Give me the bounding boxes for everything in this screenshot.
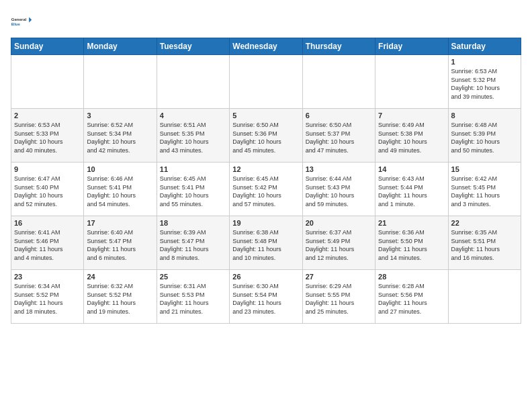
day-info: Sunrise: 6:44 AM Sunset: 5:43 PM Dayligh…: [306, 175, 372, 208]
calendar-table: SundayMondayTuesdayWednesdayThursdayFrid…: [11, 38, 521, 324]
day-info: Sunrise: 6:45 AM Sunset: 5:41 PM Dayligh…: [160, 175, 226, 208]
day-info: Sunrise: 6:34 AM Sunset: 5:52 PM Dayligh…: [14, 282, 81, 316]
day-info: Sunrise: 6:52 AM Sunset: 5:34 PM Dayligh…: [87, 121, 153, 154]
calendar-day-cell: 16Sunrise: 6:41 AM Sunset: 5:46 PM Dayli…: [11, 216, 84, 270]
calendar-day-cell: 14Sunrise: 6:43 AM Sunset: 5:44 PM Dayli…: [375, 163, 448, 216]
day-info: Sunrise: 6:43 AM Sunset: 5:44 PM Dayligh…: [378, 175, 445, 208]
day-info: Sunrise: 6:51 AM Sunset: 5:35 PM Dayligh…: [160, 121, 226, 154]
day-number: 10: [87, 165, 153, 173]
day-number: 11: [160, 165, 226, 173]
day-info: Sunrise: 6:41 AM Sunset: 5:46 PM Dayligh…: [14, 228, 81, 262]
day-header-wednesday: Wednesday: [230, 38, 302, 55]
logo: GeneralBlue: [11, 11, 32, 32]
calendar-day-cell: 21Sunrise: 6:36 AM Sunset: 5:50 PM Dayli…: [375, 216, 448, 270]
day-info: Sunrise: 6:29 AM Sunset: 5:55 PM Dayligh…: [306, 282, 372, 316]
day-number: 14: [378, 165, 445, 173]
day-info: Sunrise: 6:46 AM Sunset: 5:41 PM Dayligh…: [87, 175, 153, 208]
day-info: Sunrise: 6:49 AM Sunset: 5:38 PM Dayligh…: [378, 121, 445, 154]
day-number: 5: [232, 111, 299, 120]
day-number: 9: [14, 165, 81, 173]
calendar-week-row: 9Sunrise: 6:47 AM Sunset: 5:40 PM Daylig…: [11, 163, 521, 216]
day-number: 26: [232, 273, 299, 281]
svg-text:General: General: [11, 17, 27, 21]
day-number: 13: [306, 165, 372, 173]
calendar-day-cell: 12Sunrise: 6:45 AM Sunset: 5:42 PM Dayli…: [230, 163, 302, 216]
calendar-week-row: 16Sunrise: 6:41 AM Sunset: 5:46 PM Dayli…: [11, 216, 521, 270]
day-info: Sunrise: 6:36 AM Sunset: 5:50 PM Dayligh…: [378, 228, 445, 262]
day-info: Sunrise: 6:50 AM Sunset: 5:36 PM Dayligh…: [232, 121, 299, 154]
page-header: GeneralBlue: [11, 11, 521, 32]
day-info: Sunrise: 6:30 AM Sunset: 5:54 PM Dayligh…: [232, 282, 299, 316]
calendar-week-row: 1Sunrise: 6:53 AM Sunset: 5:32 PM Daylig…: [11, 55, 521, 109]
calendar-day-cell: [302, 55, 375, 109]
calendar-day-cell: 25Sunrise: 6:31 AM Sunset: 5:53 PM Dayli…: [157, 270, 229, 324]
day-info: Sunrise: 6:47 AM Sunset: 5:40 PM Dayligh…: [14, 175, 81, 208]
calendar-day-cell: [230, 55, 302, 109]
logo-icon: GeneralBlue: [11, 11, 32, 32]
day-number: 21: [378, 219, 445, 227]
day-number: 22: [451, 219, 518, 227]
calendar-day-cell: 19Sunrise: 6:38 AM Sunset: 5:48 PM Dayli…: [230, 216, 302, 270]
day-number: 28: [378, 273, 445, 281]
day-info: Sunrise: 6:28 AM Sunset: 5:56 PM Dayligh…: [378, 282, 445, 316]
day-header-friday: Friday: [375, 38, 448, 55]
day-number: 1: [451, 58, 518, 66]
calendar-day-cell: [84, 55, 157, 109]
day-info: Sunrise: 6:37 AM Sunset: 5:49 PM Dayligh…: [306, 228, 372, 262]
svg-marker-2: [29, 17, 32, 23]
calendar-day-cell: [11, 55, 84, 109]
calendar-day-cell: 1Sunrise: 6:53 AM Sunset: 5:32 PM Daylig…: [448, 55, 521, 109]
day-info: Sunrise: 6:40 AM Sunset: 5:47 PM Dayligh…: [87, 228, 153, 262]
calendar-week-row: 2Sunrise: 6:53 AM Sunset: 5:33 PM Daylig…: [11, 109, 521, 163]
day-number: 6: [306, 111, 372, 120]
day-header-tuesday: Tuesday: [157, 38, 229, 55]
day-number: 2: [14, 111, 81, 120]
calendar-day-cell: 8Sunrise: 6:48 AM Sunset: 5:39 PM Daylig…: [448, 109, 521, 163]
day-header-monday: Monday: [84, 38, 157, 55]
calendar-day-cell: 18Sunrise: 6:39 AM Sunset: 5:47 PM Dayli…: [157, 216, 229, 270]
day-number: 15: [451, 165, 518, 173]
calendar-day-cell: 6Sunrise: 6:50 AM Sunset: 5:37 PM Daylig…: [302, 109, 375, 163]
calendar-day-cell: 2Sunrise: 6:53 AM Sunset: 5:33 PM Daylig…: [11, 109, 84, 163]
day-header-saturday: Saturday: [448, 38, 521, 55]
day-number: 17: [87, 219, 153, 227]
calendar-day-cell: 3Sunrise: 6:52 AM Sunset: 5:34 PM Daylig…: [84, 109, 157, 163]
day-number: 16: [14, 219, 81, 227]
day-info: Sunrise: 6:35 AM Sunset: 5:51 PM Dayligh…: [451, 228, 518, 262]
day-number: 27: [306, 273, 372, 281]
calendar-day-cell: 24Sunrise: 6:32 AM Sunset: 5:52 PM Dayli…: [84, 270, 157, 324]
day-number: 20: [306, 219, 372, 227]
day-info: Sunrise: 6:53 AM Sunset: 5:32 PM Dayligh…: [451, 67, 518, 101]
day-info: Sunrise: 6:50 AM Sunset: 5:37 PM Dayligh…: [306, 121, 372, 154]
day-number: 8: [451, 111, 518, 120]
calendar-header-row: SundayMondayTuesdayWednesdayThursdayFrid…: [11, 38, 521, 55]
day-info: Sunrise: 6:45 AM Sunset: 5:42 PM Dayligh…: [232, 175, 299, 208]
calendar-day-cell: 15Sunrise: 6:42 AM Sunset: 5:45 PM Dayli…: [448, 163, 521, 216]
calendar-day-cell: 11Sunrise: 6:45 AM Sunset: 5:41 PM Dayli…: [157, 163, 229, 216]
day-number: 18: [160, 219, 226, 227]
calendar-day-cell: 26Sunrise: 6:30 AM Sunset: 5:54 PM Dayli…: [230, 270, 302, 324]
day-number: 7: [378, 111, 445, 120]
svg-text:Blue: Blue: [11, 22, 21, 26]
calendar-day-cell: 4Sunrise: 6:51 AM Sunset: 5:35 PM Daylig…: [157, 109, 229, 163]
calendar-day-cell: 7Sunrise: 6:49 AM Sunset: 5:38 PM Daylig…: [375, 109, 448, 163]
day-header-sunday: Sunday: [11, 38, 84, 55]
day-number: 23: [14, 273, 81, 281]
calendar-day-cell: 20Sunrise: 6:37 AM Sunset: 5:49 PM Dayli…: [302, 216, 375, 270]
day-number: 19: [232, 219, 299, 227]
calendar-day-cell: 5Sunrise: 6:50 AM Sunset: 5:36 PM Daylig…: [230, 109, 302, 163]
calendar-day-cell: 22Sunrise: 6:35 AM Sunset: 5:51 PM Dayli…: [448, 216, 521, 270]
calendar-day-cell: [375, 55, 448, 109]
day-number: 24: [87, 273, 153, 281]
calendar-day-cell: 13Sunrise: 6:44 AM Sunset: 5:43 PM Dayli…: [302, 163, 375, 216]
calendar-day-cell: 10Sunrise: 6:46 AM Sunset: 5:41 PM Dayli…: [84, 163, 157, 216]
day-info: Sunrise: 6:32 AM Sunset: 5:52 PM Dayligh…: [87, 282, 153, 316]
day-number: 12: [232, 165, 299, 173]
day-info: Sunrise: 6:38 AM Sunset: 5:48 PM Dayligh…: [232, 228, 299, 262]
calendar-day-cell: 28Sunrise: 6:28 AM Sunset: 5:56 PM Dayli…: [375, 270, 448, 324]
calendar-day-cell: 23Sunrise: 6:34 AM Sunset: 5:52 PM Dayli…: [11, 270, 84, 324]
day-info: Sunrise: 6:42 AM Sunset: 5:45 PM Dayligh…: [451, 175, 518, 208]
day-number: 3: [87, 111, 153, 120]
calendar-day-cell: [448, 270, 521, 324]
day-info: Sunrise: 6:31 AM Sunset: 5:53 PM Dayligh…: [160, 282, 226, 316]
